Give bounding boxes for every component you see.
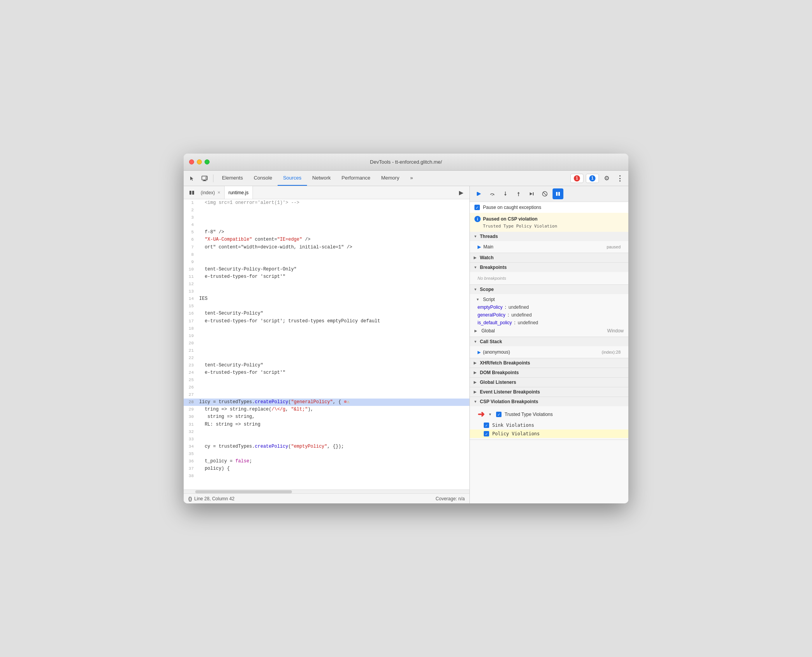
tab-console[interactable]: Console [248,171,278,186]
policy-violations-label: Policy Violations [492,431,540,436]
cursor-icon[interactable] [187,173,198,184]
file-tabs: (index) ✕ runtime.js ▶ [184,186,469,199]
breakpoints-toggle-icon [474,265,478,269]
call-stack-label: Call Stack [480,339,502,344]
error-count: 1 [574,175,580,181]
code-line-38: 38 [184,472,469,480]
tab-elements[interactable]: Elements [217,171,248,186]
breakpoints-label: Breakpoints [480,265,507,270]
pause-on-exceptions-button[interactable] [553,188,563,199]
call-stack-header[interactable]: Call Stack [470,337,628,346]
svg-line-17 [543,192,546,195]
code-line-22: 22 [184,354,469,362]
scope-val-defaultpolicy: undefined [518,320,538,325]
code-line-37: 37 policy) { [184,465,469,472]
pause-exceptions-checkbox[interactable]: ✓ [474,205,480,210]
device-icon[interactable] [199,173,210,184]
code-line-23: 23 tent-Security-Policy" [184,362,469,369]
error-badge-button[interactable]: 1 [570,174,583,183]
tab-memory[interactable]: Memory [376,171,405,186]
step-out-button[interactable] [513,188,524,199]
breakpoints-header[interactable]: Breakpoints [470,263,628,272]
call-stack-arrow: ▶ [478,350,481,355]
code-view[interactable]: 1 <img src=1 onerror='alert(1)'> --> 2 3… [184,199,469,489]
csp-violations-header[interactable]: CSP Violation Breakpoints [470,397,628,406]
thread-main-left: ▶ Main [478,244,493,250]
tab-sources[interactable]: Sources [278,171,307,186]
watch-header[interactable]: Watch [470,253,628,262]
global-listeners-header[interactable]: Global Listeners [470,378,628,387]
maximize-button[interactable] [205,159,210,164]
file-panel-toggle[interactable] [187,188,197,198]
scrollbar-thumb[interactable] [195,490,292,493]
svg-marker-13 [517,192,520,193]
tab-more[interactable]: » [405,171,418,186]
file-tab-runtime[interactable]: runtime.js [225,186,253,199]
scope-header[interactable]: Scope [470,285,628,294]
code-line-28: 28 licy = trustedTypes.createPolicy("gen… [184,399,469,406]
message-badge-button[interactable]: 1 [586,174,599,183]
step-button[interactable] [526,188,537,199]
status-left: {} Line 28, Column 42 [188,496,234,501]
cs-left: ▶ (anonymous) [478,349,510,355]
close-button[interactable] [189,159,194,164]
pretty-print-button[interactable]: {} [188,496,192,501]
csp-violations-section: CSP Violation Breakpoints ➜ ✓ Trusted Ty… [470,397,628,440]
code-line-6: 6 "X-UA-Compatible" content="IE=edge" /> [184,236,469,243]
csp-violations-toggle-icon [474,400,478,404]
trusted-type-checkbox[interactable]: ✓ [496,412,502,417]
scope-global-toggle-icon [474,329,479,333]
event-listeners-toggle-icon [474,390,478,394]
code-line-32: 32 [184,428,469,436]
pause-on-exceptions: ✓ Pause on caught exceptions [470,202,628,213]
code-line-27: 27 [184,391,469,399]
scope-key-generalpolicy: generalPolicy [478,312,505,318]
settings-button[interactable]: ⚙ [601,173,612,184]
file-tab-index[interactable]: (index) ✕ [197,186,225,199]
scope-global-left: Global [474,328,495,334]
scope-script-row[interactable]: Script [470,296,628,303]
scope-global-row[interactable]: Global Window [470,327,628,335]
watch-label: Watch [480,255,494,260]
file-tab-runtime-label: runtime.js [229,190,249,195]
dom-breakpoints-section: DOM Breakpoints [470,368,628,378]
scope-general-policy: generalPolicy : undefined [470,311,628,319]
sink-violations-row: ✓ Sink Violations [470,421,628,429]
scope-empty-policy: emptyPolicy : undefined [470,303,628,311]
watch-section: Watch [470,253,628,263]
cursor-position: Line 28, Column 42 [194,496,234,501]
tab-network[interactable]: Network [307,171,336,186]
breakpoints-section: Breakpoints No breakpoints [470,263,628,285]
close-tab-index[interactable]: ✕ [217,190,220,195]
dom-breakpoints-label: DOM Breakpoints [480,370,519,375]
event-listener-breakpoints-header[interactable]: Event Listener Breakpoints [470,387,628,397]
horizontal-scrollbar[interactable] [184,489,469,493]
deactivate-breakpoints-button[interactable] [539,188,550,199]
threads-header[interactable]: Threads [470,232,628,241]
scope-toggle-icon [474,287,478,291]
call-stack-body: ▶ (anonymous) (index):28 [470,346,628,358]
breakpoints-body: No breakpoints [470,272,628,284]
call-stack-item-anonymous[interactable]: ▶ (anonymous) (index):28 [470,348,628,356]
run-icon[interactable]: ▶ [456,188,466,198]
resume-button[interactable] [474,188,484,199]
step-over-button[interactable] [487,188,498,199]
trusted-type-toggle-icon [488,412,493,416]
more-options-button[interactable]: ⋮ [614,173,625,184]
step-into-button[interactable] [500,188,511,199]
scope-script-label: Script [483,297,495,302]
code-line-29: 29 tring => string.replace(/\</g, "&lt;"… [184,406,469,413]
tab-performance[interactable]: Performance [336,171,375,186]
policy-violations-checkbox[interactable]: ✓ [484,431,489,436]
global-listeners-label: Global Listeners [480,380,516,385]
thread-main-status: paused [607,245,621,249]
sink-violations-checkbox[interactable]: ✓ [484,423,489,428]
svg-rect-18 [556,192,558,196]
minimize-button[interactable] [197,159,202,164]
xhr-breakpoints-header[interactable]: XHR/fetch Breakpoints [470,358,628,368]
dom-breakpoints-header[interactable]: DOM Breakpoints [470,368,628,377]
svg-rect-3 [206,177,207,179]
csp-violations-label: CSP Violation Breakpoints [480,399,538,404]
right-panel: ✓ Pause on caught exceptions i Paused on… [470,186,628,503]
title-bar: DevTools - tt-enforced.glitch.me/ [184,154,628,171]
